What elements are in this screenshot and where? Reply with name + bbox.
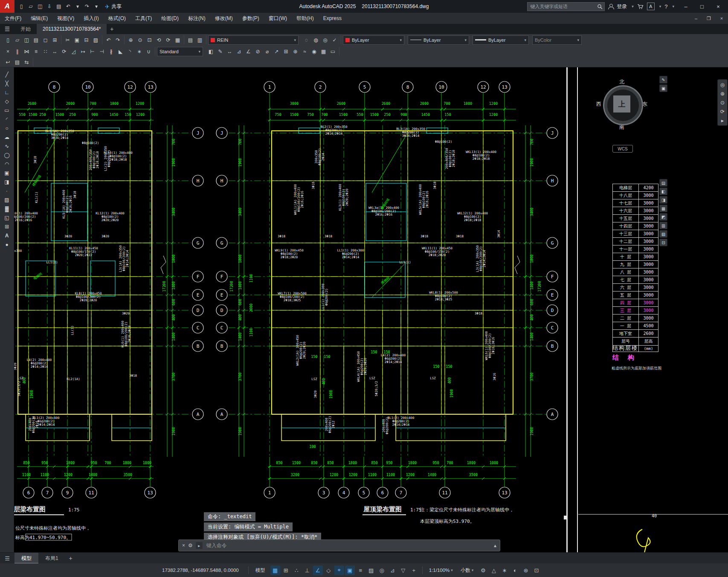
region-icon[interactable]: ◱ xyxy=(2,213,12,222)
create-block-icon[interactable]: ◨ xyxy=(2,178,12,186)
polyline-icon[interactable]: ∟ xyxy=(2,88,12,96)
chamfer-icon[interactable]: ◣ xyxy=(116,47,125,56)
dim-style-icon[interactable]: ◉ xyxy=(310,47,319,56)
move-icon[interactable]: ↔ xyxy=(50,47,59,56)
make-current-icon[interactable]: ✓ xyxy=(330,35,339,44)
array-icon[interactable]: ∷ xyxy=(41,47,50,56)
construction-line-icon[interactable]: ╳ xyxy=(2,79,12,87)
status-hardware-acceleration-icon[interactable]: ⊛ xyxy=(521,565,531,575)
model-space-button[interactable]: 模型 xyxy=(252,567,269,574)
status-osnap-toggle[interactable]: ▣ xyxy=(345,565,355,575)
dim-angular-icon[interactable]: ∠ xyxy=(244,47,253,56)
plot-icon[interactable]: ▤ xyxy=(55,2,63,11)
wcs-indicator[interactable]: WCS xyxy=(612,145,633,153)
pan-icon[interactable]: ⊕ xyxy=(126,35,135,44)
undo-icon[interactable]: ↶ xyxy=(104,35,113,44)
layer-previous-icon[interactable]: ↩ xyxy=(3,58,12,66)
autodesk-access-icon[interactable]: A xyxy=(647,3,655,10)
search-icon[interactable] xyxy=(597,4,603,9)
layer-d-icon[interactable]: ▦ xyxy=(659,205,667,212)
break-icon[interactable]: ∦ xyxy=(107,47,116,56)
status-annotation-visibility-icon[interactable]: △ xyxy=(489,565,499,575)
menu-item-6[interactable]: 工具(T) xyxy=(131,13,157,24)
leader-icon[interactable]: ↗ xyxy=(272,47,281,56)
tab-start[interactable]: 开始 xyxy=(15,24,37,34)
center-mark-icon[interactable]: ⊕ xyxy=(291,47,300,56)
arc-icon[interactable]: ◜ xyxy=(2,115,12,123)
zoom-realtime-icon[interactable]: ⊙ xyxy=(136,35,145,44)
command-history-toggle-icon[interactable]: ▴ xyxy=(494,542,496,548)
layer-translate-icon[interactable]: ⇆ xyxy=(22,58,31,66)
menu-item-12[interactable]: 帮助(H) xyxy=(292,13,319,24)
undo-list-icon[interactable]: ▾ xyxy=(73,2,82,11)
status-settings-icon[interactable]: ⚙ xyxy=(478,565,488,575)
layer-off-icon[interactable]: ◌ xyxy=(302,35,311,44)
rectangle-icon[interactable]: ▭ xyxy=(2,106,12,114)
layer-f-icon[interactable]: ▥ xyxy=(659,222,667,229)
open-icon[interactable]: ▱ xyxy=(13,35,22,44)
scale-icon[interactable]: ◿ xyxy=(69,47,78,56)
signin-button[interactable]: 登录 xyxy=(617,3,627,10)
copy-object-icon[interactable]: ∥ xyxy=(13,47,22,56)
line-icon[interactable]: ╱ xyxy=(2,70,12,78)
new-layout-button[interactable]: + xyxy=(65,555,76,562)
status-polar-toggle[interactable]: ∠ xyxy=(313,565,323,575)
nav-wheel-icon[interactable]: ◎ xyxy=(719,81,726,89)
menu-item-3[interactable]: 视图(V) xyxy=(52,13,79,24)
menu-item-11[interactable]: 窗口(W) xyxy=(264,13,292,24)
cut-icon[interactable]: ✂ xyxy=(63,35,72,44)
dim-diameter-icon[interactable]: ⌀ xyxy=(263,47,272,56)
pan-icon[interactable]: ⊕ xyxy=(719,89,726,98)
layer-g-icon[interactable]: ▧ xyxy=(659,230,667,238)
stretch-icon[interactable]: ↦ xyxy=(78,47,87,56)
layout-menu-icon[interactable]: ☰ xyxy=(0,555,15,562)
help-icon[interactable]: ? xyxy=(664,3,667,10)
offset-icon[interactable]: ≡ xyxy=(32,47,41,56)
status-filter-toggle[interactable]: ▽ xyxy=(398,565,408,575)
menu-item-5[interactable]: 格式(O) xyxy=(104,13,131,24)
command-close-icon[interactable]: × xyxy=(182,542,185,548)
revision-cloud-icon[interactable]: ☁ xyxy=(2,133,12,141)
table-icon[interactable]: ⊞ xyxy=(2,222,12,231)
signin-caret-icon[interactable]: ▾ xyxy=(632,4,634,9)
layer-states-icon[interactable]: ▥ xyxy=(195,35,204,44)
compass-west-label[interactable]: 西 xyxy=(596,101,601,108)
redo-icon[interactable]: ↷ xyxy=(83,2,91,11)
spline-icon[interactable]: ∿ xyxy=(2,142,12,150)
layer-h-icon[interactable]: ⊟ xyxy=(659,239,667,246)
layer-properties-icon[interactable]: ▤ xyxy=(186,35,195,44)
color-combo[interactable]: ByLayer ▾ xyxy=(343,35,404,45)
trim-icon[interactable]: ⊢ xyxy=(88,47,97,56)
redo-icon[interactable]: ↷ xyxy=(113,35,122,44)
menu-item-2[interactable]: 编辑(E) xyxy=(26,13,52,24)
layer-isolate-icon[interactable]: ◍ xyxy=(311,35,320,44)
named-views-icon[interactable]: ▦ xyxy=(173,35,182,44)
tab-document[interactable]: 20113211300710783564* xyxy=(37,24,107,34)
dim-edit-icon[interactable]: ≈ xyxy=(300,47,309,56)
save-icon[interactable]: ◫ xyxy=(36,2,44,11)
help-caret-icon[interactable]: ▾ xyxy=(672,4,674,9)
save-icon[interactable]: ◫ xyxy=(22,35,31,44)
lineweight-combo[interactable]: ByLayer ▾ xyxy=(473,35,529,45)
table-icon[interactable]: ▦ xyxy=(319,47,328,56)
paste-icon[interactable]: ⊟ xyxy=(82,35,91,44)
autocad-logo-icon[interactable]: A xyxy=(0,0,15,13)
tab-model[interactable]: 模型 xyxy=(15,553,38,564)
view-compass[interactable]: 北 南 西 东 上 xyxy=(598,79,646,130)
compass-top-face[interactable]: 上 xyxy=(613,95,630,113)
doc-close-button[interactable]: × xyxy=(715,13,728,23)
status-cycling-toggle[interactable]: ◎ xyxy=(377,565,387,575)
status-ortho-toggle[interactable]: ⊥ xyxy=(302,565,312,575)
annotate-icon[interactable]: ✎ xyxy=(216,47,225,56)
status-infer-toggle[interactable]: ∴ xyxy=(292,565,302,575)
access-caret-icon[interactable]: ▾ xyxy=(659,4,661,9)
gradient-icon[interactable]: ▓ xyxy=(2,205,12,213)
status-grid-toggle[interactable]: ▦ xyxy=(270,565,280,575)
menu-item-8[interactable]: 标注(N) xyxy=(183,13,210,24)
status-isolate-objects-icon[interactable]: ◐ xyxy=(510,565,520,575)
point-icon[interactable]: ∙ xyxy=(2,187,12,195)
extend-icon[interactable]: ⊣ xyxy=(97,47,106,56)
join-icon[interactable]: ∪ xyxy=(144,47,153,56)
search-box[interactable] xyxy=(527,2,605,11)
layer-b-icon[interactable]: ◧ xyxy=(659,188,667,195)
